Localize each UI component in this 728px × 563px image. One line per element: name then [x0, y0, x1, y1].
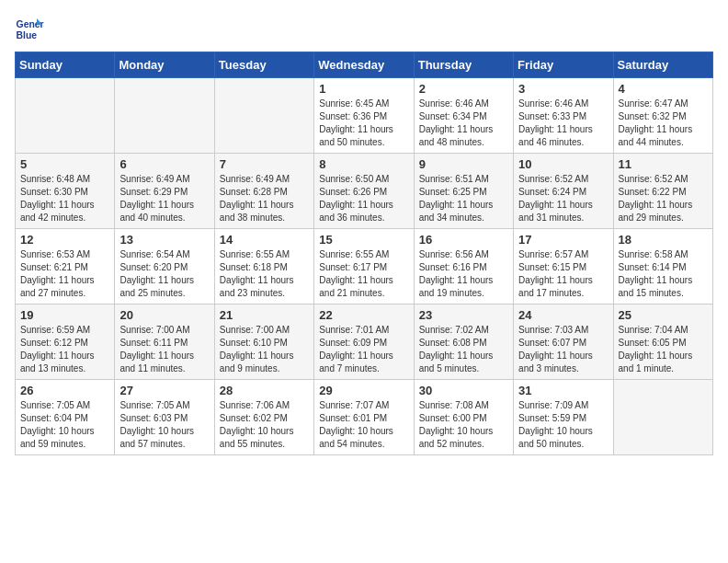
- calendar-week-row: 5Sunrise: 6:48 AM Sunset: 6:30 PM Daylig…: [16, 154, 713, 229]
- day-number: 22: [319, 308, 408, 322]
- calendar-cell: [16, 78, 115, 154]
- calendar-cell: [115, 78, 214, 154]
- day-info: Sunrise: 6:45 AM Sunset: 6:36 PM Dayligh…: [319, 98, 408, 149]
- day-number: 8: [319, 157, 408, 171]
- weekday-header: Saturday: [613, 52, 712, 78]
- day-number: 7: [220, 157, 309, 171]
- day-info: Sunrise: 6:51 AM Sunset: 6:25 PM Dayligh…: [419, 173, 508, 224]
- day-number: 17: [518, 233, 608, 247]
- calendar-header-row: SundayMondayTuesdayWednesdayThursdayFrid…: [16, 52, 713, 78]
- day-number: 30: [419, 384, 508, 397]
- calendar-cell: 24Sunrise: 7:03 AM Sunset: 6:07 PM Dayli…: [514, 304, 613, 380]
- day-number: 28: [220, 384, 309, 397]
- day-number: 19: [20, 308, 109, 322]
- day-info: Sunrise: 6:54 AM Sunset: 6:20 PM Dayligh…: [119, 248, 209, 300]
- day-number: 11: [619, 157, 708, 171]
- day-info: Sunrise: 7:00 AM Sunset: 6:11 PM Dayligh…: [119, 324, 209, 375]
- calendar-cell: 19Sunrise: 6:59 AM Sunset: 6:12 PM Dayli…: [16, 304, 115, 380]
- day-info: Sunrise: 6:52 AM Sunset: 6:22 PM Dayligh…: [619, 173, 708, 224]
- day-info: Sunrise: 6:47 AM Sunset: 6:32 PM Dayligh…: [619, 98, 708, 149]
- calendar-week-row: 19Sunrise: 6:59 AM Sunset: 6:12 PM Dayli…: [16, 304, 713, 380]
- day-number: 6: [119, 157, 209, 171]
- day-info: Sunrise: 6:56 AM Sunset: 6:16 PM Dayligh…: [419, 248, 508, 300]
- weekday-header: Friday: [514, 52, 613, 78]
- calendar-cell: 28Sunrise: 7:06 AM Sunset: 6:02 PM Dayli…: [214, 380, 313, 455]
- day-info: Sunrise: 6:46 AM Sunset: 6:33 PM Dayligh…: [518, 98, 608, 149]
- day-number: 14: [220, 233, 309, 247]
- calendar-cell: 31Sunrise: 7:09 AM Sunset: 5:59 PM Dayli…: [514, 380, 613, 455]
- day-info: Sunrise: 6:55 AM Sunset: 6:17 PM Dayligh…: [319, 248, 408, 300]
- calendar-cell: 16Sunrise: 6:56 AM Sunset: 6:16 PM Dayli…: [414, 229, 513, 304]
- calendar-cell: 15Sunrise: 6:55 AM Sunset: 6:17 PM Dayli…: [314, 229, 414, 304]
- calendar-cell: 23Sunrise: 7:02 AM Sunset: 6:08 PM Dayli…: [414, 304, 513, 380]
- calendar-cell: 30Sunrise: 7:08 AM Sunset: 6:00 PM Dayli…: [414, 380, 513, 455]
- calendar-table: SundayMondayTuesdayWednesdayThursdayFrid…: [15, 52, 713, 455]
- calendar-week-row: 1Sunrise: 6:45 AM Sunset: 6:36 PM Daylig…: [16, 78, 713, 154]
- calendar-cell: 20Sunrise: 7:00 AM Sunset: 6:11 PM Dayli…: [115, 304, 214, 380]
- weekday-header: Monday: [115, 52, 214, 78]
- svg-text:Blue: Blue: [17, 30, 38, 40]
- day-number: 21: [220, 308, 309, 322]
- day-number: 3: [518, 82, 608, 96]
- calendar-cell: 2Sunrise: 6:46 AM Sunset: 6:34 PM Daylig…: [414, 78, 513, 154]
- calendar-cell: 29Sunrise: 7:07 AM Sunset: 6:01 PM Dayli…: [314, 380, 414, 455]
- calendar-week-row: 26Sunrise: 7:05 AM Sunset: 6:04 PM Dayli…: [16, 380, 713, 455]
- day-info: Sunrise: 7:04 AM Sunset: 6:05 PM Dayligh…: [619, 324, 708, 375]
- day-info: Sunrise: 6:49 AM Sunset: 6:29 PM Dayligh…: [119, 173, 209, 224]
- weekday-header: Wednesday: [314, 52, 414, 78]
- calendar-cell: 7Sunrise: 6:49 AM Sunset: 6:28 PM Daylig…: [214, 154, 313, 229]
- page-header: General Blue: [15, 15, 713, 44]
- day-info: Sunrise: 7:02 AM Sunset: 6:08 PM Dayligh…: [419, 324, 508, 375]
- logo-icon: General Blue: [15, 15, 44, 44]
- calendar-cell: 10Sunrise: 6:52 AM Sunset: 6:24 PM Dayli…: [514, 154, 613, 229]
- calendar-cell: 1Sunrise: 6:45 AM Sunset: 6:36 PM Daylig…: [314, 78, 414, 154]
- day-number: 4: [619, 82, 708, 96]
- calendar-cell: [214, 78, 313, 154]
- calendar-cell: 12Sunrise: 6:53 AM Sunset: 6:21 PM Dayli…: [16, 229, 115, 304]
- calendar-cell: 3Sunrise: 6:46 AM Sunset: 6:33 PM Daylig…: [514, 78, 613, 154]
- calendar-cell: 27Sunrise: 7:05 AM Sunset: 6:03 PM Dayli…: [115, 380, 214, 455]
- day-info: Sunrise: 6:53 AM Sunset: 6:21 PM Dayligh…: [20, 248, 109, 300]
- day-number: 20: [119, 308, 209, 322]
- day-info: Sunrise: 6:49 AM Sunset: 6:28 PM Dayligh…: [220, 173, 309, 224]
- day-info: Sunrise: 6:55 AM Sunset: 6:18 PM Dayligh…: [220, 248, 309, 300]
- calendar-cell: 18Sunrise: 6:58 AM Sunset: 6:14 PM Dayli…: [613, 229, 712, 304]
- calendar-cell: 26Sunrise: 7:05 AM Sunset: 6:04 PM Dayli…: [16, 380, 115, 455]
- day-number: 23: [419, 308, 508, 322]
- day-number: 2: [419, 82, 508, 96]
- day-number: 13: [119, 233, 209, 247]
- calendar-cell: 9Sunrise: 6:51 AM Sunset: 6:25 PM Daylig…: [414, 154, 513, 229]
- weekday-header: Thursday: [414, 52, 513, 78]
- day-number: 15: [319, 233, 408, 247]
- calendar-cell: 8Sunrise: 6:50 AM Sunset: 6:26 PM Daylig…: [314, 154, 414, 229]
- weekday-header: Sunday: [16, 52, 115, 78]
- calendar-cell: 6Sunrise: 6:49 AM Sunset: 6:29 PM Daylig…: [115, 154, 214, 229]
- calendar-cell: 11Sunrise: 6:52 AM Sunset: 6:22 PM Dayli…: [613, 154, 712, 229]
- day-info: Sunrise: 7:08 AM Sunset: 6:00 PM Dayligh…: [419, 399, 508, 451]
- day-info: Sunrise: 7:05 AM Sunset: 6:03 PM Dayligh…: [119, 399, 209, 451]
- calendar-week-row: 12Sunrise: 6:53 AM Sunset: 6:21 PM Dayli…: [16, 229, 713, 304]
- day-info: Sunrise: 6:59 AM Sunset: 6:12 PM Dayligh…: [20, 324, 109, 375]
- day-number: 25: [619, 308, 708, 322]
- weekday-header: Tuesday: [214, 52, 313, 78]
- calendar-cell: 13Sunrise: 6:54 AM Sunset: 6:20 PM Dayli…: [115, 229, 214, 304]
- day-info: Sunrise: 7:06 AM Sunset: 6:02 PM Dayligh…: [220, 399, 309, 451]
- day-info: Sunrise: 7:03 AM Sunset: 6:07 PM Dayligh…: [518, 324, 608, 375]
- calendar-cell: [613, 380, 712, 455]
- day-info: Sunrise: 7:00 AM Sunset: 6:10 PM Dayligh…: [220, 324, 309, 375]
- day-number: 12: [20, 233, 109, 247]
- day-number: 9: [419, 157, 508, 171]
- day-info: Sunrise: 6:58 AM Sunset: 6:14 PM Dayligh…: [619, 248, 708, 300]
- day-number: 16: [419, 233, 508, 247]
- calendar-cell: 25Sunrise: 7:04 AM Sunset: 6:05 PM Dayli…: [613, 304, 712, 380]
- day-info: Sunrise: 6:50 AM Sunset: 6:26 PM Dayligh…: [319, 173, 408, 224]
- day-number: 31: [518, 384, 608, 397]
- calendar-cell: 22Sunrise: 7:01 AM Sunset: 6:09 PM Dayli…: [314, 304, 414, 380]
- day-number: 1: [319, 82, 408, 96]
- calendar-cell: 4Sunrise: 6:47 AM Sunset: 6:32 PM Daylig…: [613, 78, 712, 154]
- day-number: 18: [619, 233, 708, 247]
- day-info: Sunrise: 6:57 AM Sunset: 6:15 PM Dayligh…: [518, 248, 608, 300]
- day-info: Sunrise: 6:52 AM Sunset: 6:24 PM Dayligh…: [518, 173, 608, 224]
- calendar-cell: 14Sunrise: 6:55 AM Sunset: 6:18 PM Dayli…: [214, 229, 313, 304]
- day-info: Sunrise: 7:07 AM Sunset: 6:01 PM Dayligh…: [319, 399, 408, 451]
